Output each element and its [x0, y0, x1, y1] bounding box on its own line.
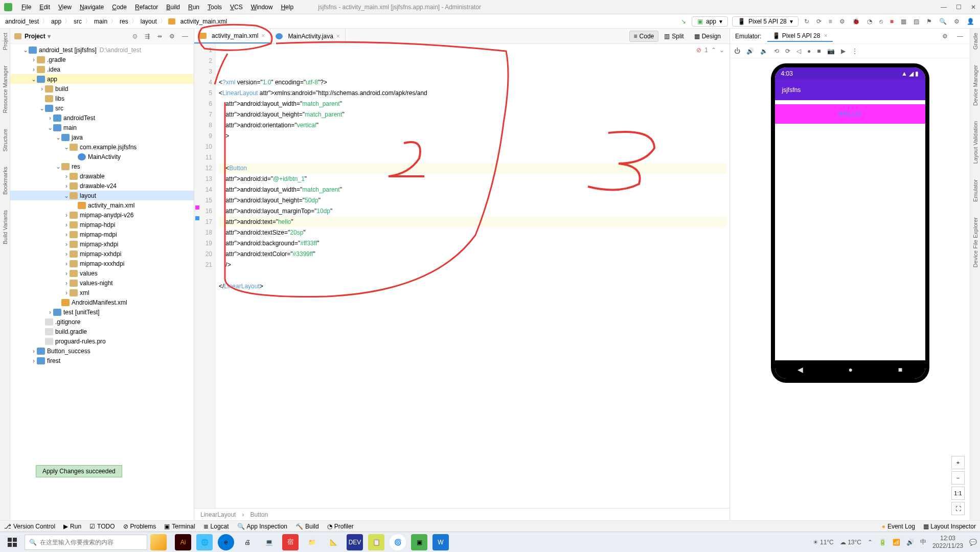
tool-window-event-log[interactable]: ● Event Log [882, 523, 915, 530]
rotate-left-icon[interactable]: ⟲ [774, 48, 779, 55]
troubleshoot-icon[interactable]: ⚑ [925, 18, 933, 25]
tree-item[interactable]: libs [10, 94, 194, 103]
close-button[interactable]: ✕ [971, 4, 976, 11]
apply-code-icon[interactable]: ⚙ [838, 18, 847, 25]
chevron-up-icon[interactable]: ⌃ [711, 45, 716, 56]
gear-icon[interactable]: ⚙ [941, 33, 949, 40]
task-icon[interactable]: Ai [175, 534, 191, 550]
rail-device-manager[interactable]: Device Manager [972, 65, 978, 106]
editor-tab[interactable]: MainActivity.java× [270, 29, 346, 43]
breadcrumb-item[interactable]: android_test [4, 18, 40, 25]
phone-home-button[interactable]: ● [849, 365, 853, 374]
editor-gutter[interactable]: 123456789101112131415161718192021 [194, 44, 216, 508]
weather-widget[interactable]: ☁ 13°C [840, 539, 861, 546]
rail-bookmarks[interactable]: Bookmarks [2, 167, 8, 195]
weather-widget[interactable]: ☀ 11°C [813, 539, 834, 546]
sync-icon[interactable]: ↘ [679, 18, 688, 25]
zoom-fill-button[interactable]: ⛶ [951, 502, 965, 515]
menu-tools[interactable]: Tools [203, 4, 226, 11]
gear-icon[interactable]: ⚙ [168, 33, 176, 40]
chevron-down-icon[interactable]: ⌄ [719, 45, 724, 56]
run-config-selector[interactable]: ▣ app ▾ [692, 16, 728, 27]
tree-item[interactable]: ⌄src [10, 103, 194, 113]
editor-breadcrumb[interactable]: LinearLayout › Button [194, 508, 730, 520]
rail-project[interactable]: Project [2, 33, 8, 50]
tree-item[interactable]: ›values [10, 268, 194, 278]
task-icon[interactable]: DEV [347, 534, 363, 550]
rail-emulator[interactable]: Emulator [972, 179, 978, 202]
tree-item[interactable]: ›build [10, 84, 194, 94]
maximize-button[interactable]: ☐ [956, 4, 962, 11]
clock[interactable]: 12:03 2022/11/23 [932, 535, 963, 549]
menu-vcs[interactable]: VCS [226, 4, 247, 11]
screenshot-icon[interactable]: 📷 [827, 48, 835, 55]
breadcrumb-item[interactable]: main [93, 18, 108, 25]
avd-icon[interactable]: ▦ [899, 18, 908, 25]
close-icon[interactable]: × [261, 32, 265, 39]
expand-icon[interactable]: ⇶ [143, 33, 151, 40]
select-opened-icon[interactable]: ⊙ [131, 33, 139, 40]
menu-view[interactable]: View [54, 4, 76, 11]
apply-changes-icon[interactable]: ≡ [827, 18, 834, 25]
record-icon[interactable]: ▶ [841, 48, 846, 55]
tree-item[interactable]: ›Button_success [10, 346, 194, 356]
tool-window-logcat[interactable]: ≣ Logcat [203, 523, 229, 530]
breadcrumb-item[interactable]: res [119, 18, 129, 25]
rail-resource-manager[interactable]: Resource Manager [2, 65, 8, 113]
tool-window-run[interactable]: ▶ Run [63, 523, 81, 530]
breadcrumb-item[interactable]: layout [140, 18, 158, 25]
task-icon[interactable]: 📐 [325, 534, 341, 550]
tool-window-build[interactable]: 🔨 Build [295, 523, 319, 530]
tree-item[interactable]: ⌄res [10, 162, 194, 171]
code-editor[interactable]: ⊘1 ⌃ ⌄ <?xml version="1.0" encoding="utf… [216, 44, 730, 508]
menu-edit[interactable]: Edit [35, 4, 54, 11]
tree-item[interactable]: ⌄android_test [jsjfsfns]D:\android_test [10, 45, 194, 55]
power-icon[interactable]: ⏻ [734, 48, 740, 55]
rail-device-file-explorer[interactable]: Device File Explorer [972, 217, 978, 267]
phone-back-button[interactable]: ◀ [797, 365, 803, 374]
rail-build-variants[interactable]: Build Variants [2, 210, 8, 244]
user-icon[interactable]: 👤 [965, 18, 976, 25]
zoom-fit-button[interactable]: 1:1 [951, 487, 965, 500]
rerun-icon[interactable]: ⟳ [815, 18, 823, 25]
volume-icon[interactable]: 🔊 [906, 539, 914, 546]
menu-window[interactable]: Window [247, 4, 277, 11]
tree-item[interactable]: ⌄app [10, 74, 194, 84]
tree-item[interactable]: ›test [unitTest] [10, 307, 194, 317]
tool-window-todo[interactable]: ☑ TODO [89, 523, 115, 530]
breadcrumb-item[interactable]: src [73, 18, 83, 25]
sdk-icon[interactable]: ▨ [912, 18, 921, 25]
tree-item[interactable]: ›mipmap-mdpi [10, 229, 194, 239]
menu-file[interactable]: File [17, 4, 35, 11]
tool-window-problems[interactable]: ⊘ Problems [123, 523, 156, 530]
tree-item[interactable]: MainActivity [10, 152, 194, 162]
search-input[interactable] [40, 539, 143, 546]
more-icon[interactable]: ⋮ [852, 48, 858, 55]
hide-icon[interactable]: — [955, 33, 965, 40]
refresh-icon[interactable]: ↻ [803, 18, 811, 25]
code-view-button[interactable]: ≡ Code [629, 31, 659, 42]
task-icon[interactable]: 🌐 [196, 534, 213, 550]
tool-window-profiler[interactable]: ◔ Profiler [327, 523, 354, 530]
tree-item[interactable]: ›.gradle [10, 55, 194, 64]
tree-item[interactable]: ›mipmap-xxhdpi [10, 249, 194, 259]
device-selector[interactable]: 📱 Pixel 5 API 28 ▾ [732, 16, 799, 27]
stop-icon[interactable]: ■ [888, 18, 895, 25]
menu-code[interactable]: Code [108, 4, 131, 11]
project-header[interactable]: Project ▾ [14, 33, 51, 40]
battery-icon[interactable]: 🔋 [879, 539, 886, 546]
debug-icon[interactable]: 🐞 [851, 18, 861, 25]
tree-item[interactable]: ›mipmap-xxxhdpi [10, 259, 194, 268]
design-view-button[interactable]: ▦ Design [690, 31, 725, 42]
tool-window-layout-inspector[interactable]: ▦ Layout Inspector [923, 523, 976, 530]
editor-tab[interactable]: activity_main.xml× [194, 29, 270, 43]
rotate-right-icon[interactable]: ⟳ [785, 48, 790, 55]
chevron-down-icon[interactable]: ▾ [48, 33, 51, 40]
tree-item[interactable]: ⌄main [10, 123, 194, 132]
tree-item[interactable]: ›mipmap-anydpi-v26 [10, 210, 194, 220]
menu-run[interactable]: Run [184, 4, 203, 11]
search-icon[interactable]: 🔍 [938, 18, 948, 25]
wifi-icon[interactable]: 📶 [893, 539, 900, 546]
tree-item[interactable]: ⌄java [10, 132, 194, 142]
ime-icon[interactable]: 中 [920, 538, 926, 546]
